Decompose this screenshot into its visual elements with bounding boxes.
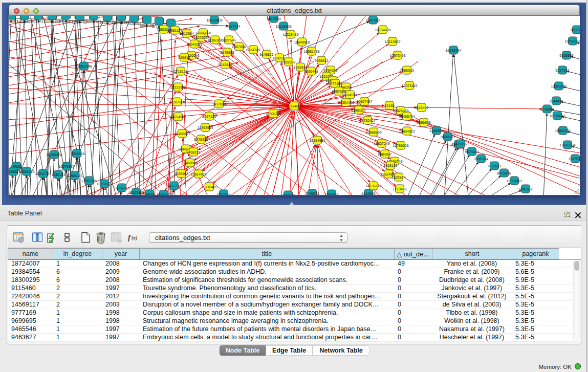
svg-text:62160: 62160 (384, 104, 395, 108)
svg-text:20053346: 20053346 (76, 65, 92, 69)
svg-text:2718126: 2718126 (173, 70, 187, 74)
svg-text:21364436: 21364436 (338, 101, 354, 105)
svg-text:17016504: 17016504 (559, 144, 575, 147)
svg-text:16033809: 16033809 (206, 19, 222, 23)
svg-text:1440954: 1440954 (429, 129, 443, 133)
svg-text:19166827: 19166827 (174, 133, 190, 136)
svg-text:12923468: 12923468 (128, 191, 144, 195)
svg-text:10107553: 10107553 (169, 101, 185, 104)
svg-text:15720407: 15720407 (359, 119, 375, 123)
svg-text:15409948: 15409948 (182, 162, 198, 165)
svg-text:2367608: 2367608 (232, 46, 246, 49)
svg-text:7986322: 7986322 (352, 109, 365, 113)
svg-text:15495764: 15495764 (399, 115, 415, 119)
svg-text:9115460: 9115460 (415, 106, 429, 110)
svg-text:14035572: 14035572 (16, 20, 32, 24)
svg-text:5498222: 5498222 (186, 151, 200, 155)
svg-text:8186328: 8186328 (208, 39, 222, 42)
svg-text:17957225: 17957225 (81, 180, 97, 183)
svg-text:8267130: 8267130 (202, 115, 216, 119)
svg-text:3215955: 3215955 (540, 108, 554, 112)
svg-text:9474444: 9474444 (465, 150, 478, 154)
svg-text:9329966: 9329966 (559, 54, 573, 58)
svg-text:8990448: 8990448 (304, 70, 318, 74)
svg-text:9146821: 9146821 (259, 53, 273, 57)
svg-text:7623145: 7623145 (216, 193, 230, 195)
svg-text:10756928: 10756928 (393, 144, 408, 148)
svg-text:5878332: 5878332 (194, 138, 208, 142)
svg-text:16210643: 16210643 (549, 115, 565, 118)
svg-text:12375115: 12375115 (402, 84, 418, 88)
svg-text:964552: 964552 (143, 193, 155, 195)
svg-text:9327546: 9327546 (222, 39, 235, 42)
svg-text:12213383: 12213383 (170, 86, 186, 90)
svg-text:18640910: 18640910 (294, 41, 310, 45)
svg-text:10807487: 10807487 (356, 100, 372, 104)
svg-text:9699695: 9699695 (417, 121, 430, 125)
svg-text:8124509: 8124509 (361, 192, 375, 195)
svg-text:15892391: 15892391 (555, 129, 571, 133)
svg-text:5875685: 5875685 (220, 51, 234, 55)
svg-text:7632621: 7632621 (487, 165, 501, 168)
svg-text:8912954: 8912954 (180, 32, 193, 36)
svg-text:11325419: 11325419 (283, 33, 299, 37)
svg-text:9466583: 9466583 (59, 20, 73, 24)
svg-text:10654112: 10654112 (507, 180, 522, 183)
svg-text:16782759: 16782759 (114, 187, 129, 190)
svg-text:f: f (128, 233, 132, 242)
svg-text:16543382: 16543382 (186, 43, 202, 47)
svg-text:12942757: 12942757 (35, 172, 51, 176)
svg-text:7485063: 7485063 (400, 69, 413, 73)
svg-text:8454749: 8454749 (246, 49, 260, 52)
svg-text:1713426: 1713426 (393, 188, 406, 191)
svg-text:1362615: 1362615 (293, 66, 307, 70)
svg-text:10688609: 10688609 (365, 131, 381, 135)
svg-text:1527602: 1527602 (127, 23, 141, 26)
svg-text:16648764: 16648764 (445, 49, 461, 53)
svg-text:1167531: 1167531 (569, 158, 580, 161)
svg-text:6497568: 6497568 (332, 90, 345, 94)
svg-text:18807249: 18807249 (374, 142, 389, 146)
svg-text:16961758: 16961758 (303, 50, 319, 54)
svg-text:12213967: 12213967 (384, 40, 400, 44)
svg-text:2935114: 2935114 (474, 158, 488, 161)
svg-text:1417006: 1417006 (212, 103, 226, 106)
svg-text:12353594: 12353594 (197, 126, 213, 130)
svg-text:989612: 989612 (178, 56, 190, 60)
svg-text:1112584: 1112584 (570, 29, 580, 32)
svg-text:1615132: 1615132 (383, 164, 397, 168)
svg-text:9245013: 9245013 (305, 192, 319, 195)
svg-text:1145193: 1145193 (52, 173, 66, 177)
svg-text:20691406: 20691406 (44, 20, 60, 24)
svg-text:17359928: 17359928 (69, 152, 84, 156)
svg-text:20206578: 20206578 (46, 154, 62, 157)
svg-text:2522514: 2522514 (391, 176, 405, 180)
svg-text:(x): (x) (132, 235, 138, 241)
svg-text:18724007: 18724007 (286, 105, 302, 108)
svg-text:18300295: 18300295 (265, 113, 281, 116)
svg-text:7955812: 7955812 (314, 59, 328, 63)
svg-text:10958117: 10958117 (97, 183, 113, 186)
svg-text:1244419: 1244419 (549, 100, 563, 103)
svg-text:1665842: 1665842 (324, 193, 338, 195)
svg-text:6479197: 6479197 (453, 143, 467, 146)
svg-text:19218506: 19218506 (275, 25, 291, 29)
svg-text:19654983: 19654983 (170, 116, 186, 119)
svg-text:16154808: 16154808 (375, 29, 390, 32)
svg-text:10973493: 10973493 (389, 54, 405, 58)
svg-text:13718485: 13718485 (201, 186, 217, 189)
svg-text:2055721: 2055721 (31, 20, 45, 24)
svg-text:12093822: 12093822 (551, 85, 567, 89)
svg-text:9777169: 9777169 (328, 82, 342, 86)
svg-text:1292346: 1292346 (281, 194, 295, 195)
svg-text:9245652: 9245652 (518, 188, 532, 191)
svg-text:9242848: 9242848 (218, 63, 232, 67)
svg-text:14136141: 14136141 (365, 185, 381, 188)
svg-text:8471676: 8471676 (497, 172, 511, 176)
svg-text:10975867: 10975867 (58, 165, 74, 169)
svg-text:9327505: 9327505 (193, 36, 207, 40)
svg-text:7857274: 7857274 (226, 25, 240, 29)
svg-text:11568129: 11568129 (19, 170, 35, 174)
svg-text:19384554: 19384554 (309, 139, 325, 143)
svg-text:12905115: 12905115 (67, 174, 83, 178)
